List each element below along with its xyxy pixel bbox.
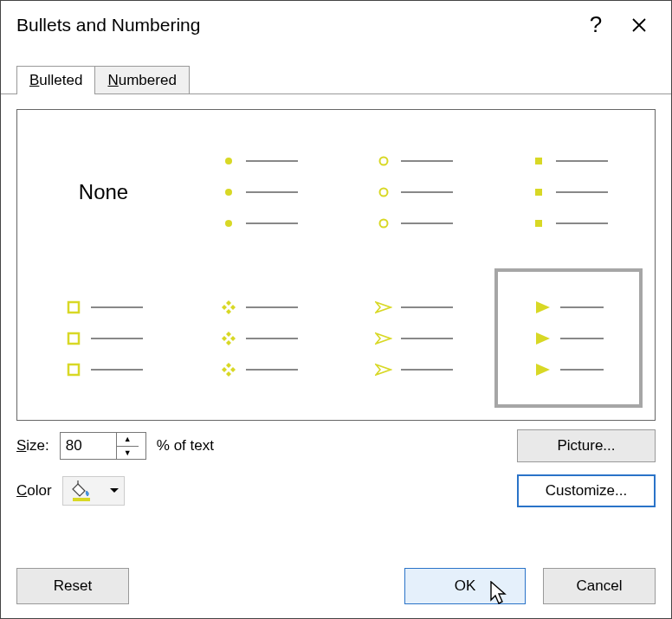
color-row: Color xyxy=(16,475,508,506)
reset-button[interactable]: Reset xyxy=(16,568,129,604)
svg-rect-7 xyxy=(535,189,542,196)
size-suffix: % of text xyxy=(157,437,214,455)
bullet-style-hollow-circle[interactable] xyxy=(339,122,488,261)
filled-triangle-icon xyxy=(534,299,552,316)
size-spin-down[interactable]: ▼ xyxy=(117,446,139,460)
bullet-style-arrowhead[interactable] xyxy=(339,268,488,408)
ok-button[interactable]: OK xyxy=(404,568,526,604)
filled-circle-icon xyxy=(220,152,237,170)
svg-point-0 xyxy=(225,158,232,164)
tab-bulleted[interactable]: Bulleted xyxy=(16,66,95,93)
tab-numbered-ul: N xyxy=(107,72,118,88)
size-label: Size: xyxy=(16,437,49,455)
svg-rect-10 xyxy=(68,333,79,344)
bullet-style-none[interactable]: None xyxy=(29,122,178,261)
bullet-style-hollow-square[interactable] xyxy=(29,268,178,408)
tab-content: None xyxy=(1,93,671,559)
options-area: Size: ▲ ▼ % of text Picture... Color xyxy=(16,429,656,507)
help-button[interactable]: ? xyxy=(574,1,617,48)
customize-button[interactable]: Customize... xyxy=(517,474,656,507)
close-icon xyxy=(631,17,647,33)
svg-point-3 xyxy=(379,157,387,164)
tab-bulleted-rest: ulleted xyxy=(39,72,82,88)
dropdown-arrow-icon xyxy=(105,487,124,494)
diamond-cluster-icon xyxy=(220,299,237,316)
arrowhead-icon xyxy=(375,299,392,316)
bucket-icon xyxy=(63,480,105,501)
tab-bulleted-ul: B xyxy=(29,72,39,88)
size-input[interactable] xyxy=(61,433,116,459)
color-label: Color xyxy=(16,482,52,500)
hollow-circle-icon xyxy=(375,152,392,170)
color-picker[interactable] xyxy=(62,476,125,506)
dialog-title: Bullets and Numbering xyxy=(16,15,200,35)
bullet-style-filled-circle[interactable] xyxy=(184,122,333,261)
close-button[interactable] xyxy=(617,1,661,48)
svg-rect-11 xyxy=(68,364,79,375)
ok-label: OK xyxy=(455,577,476,595)
bullet-style-filled-triangle[interactable] xyxy=(494,268,643,408)
svg-rect-8 xyxy=(535,220,542,227)
bullet-style-grid: None xyxy=(16,109,656,421)
size-spinner[interactable]: ▲ ▼ xyxy=(60,432,146,460)
svg-point-4 xyxy=(379,188,387,196)
svg-point-1 xyxy=(225,189,232,196)
svg-rect-9 xyxy=(68,302,79,313)
filled-square-icon xyxy=(530,152,547,170)
size-spin-up[interactable]: ▲ xyxy=(117,433,139,446)
dialog-footer: Reset OK Cancel xyxy=(1,559,671,618)
tab-strip: Bulleted Numbered xyxy=(1,66,671,93)
bullet-style-filled-square[interactable] xyxy=(494,122,643,261)
hollow-square-icon xyxy=(65,299,82,316)
svg-rect-12 xyxy=(73,498,90,501)
none-label: None xyxy=(79,180,128,204)
tab-numbered-rest: umbered xyxy=(119,72,177,88)
tab-numbered[interactable]: Numbered xyxy=(94,66,189,93)
cancel-button[interactable]: Cancel xyxy=(543,568,656,604)
svg-point-2 xyxy=(225,220,232,227)
titlebar: Bullets and Numbering ? xyxy=(1,1,671,48)
picture-button[interactable]: Picture... xyxy=(517,429,656,462)
svg-rect-6 xyxy=(535,158,542,164)
bullets-numbering-dialog: Bullets and Numbering ? Bulleted Numbere… xyxy=(0,0,672,619)
bullet-style-diamond-cluster[interactable] xyxy=(184,268,333,408)
cancel-label: Cancel xyxy=(577,577,623,595)
svg-point-5 xyxy=(379,219,387,227)
size-row: Size: ▲ ▼ % of text xyxy=(16,430,508,461)
